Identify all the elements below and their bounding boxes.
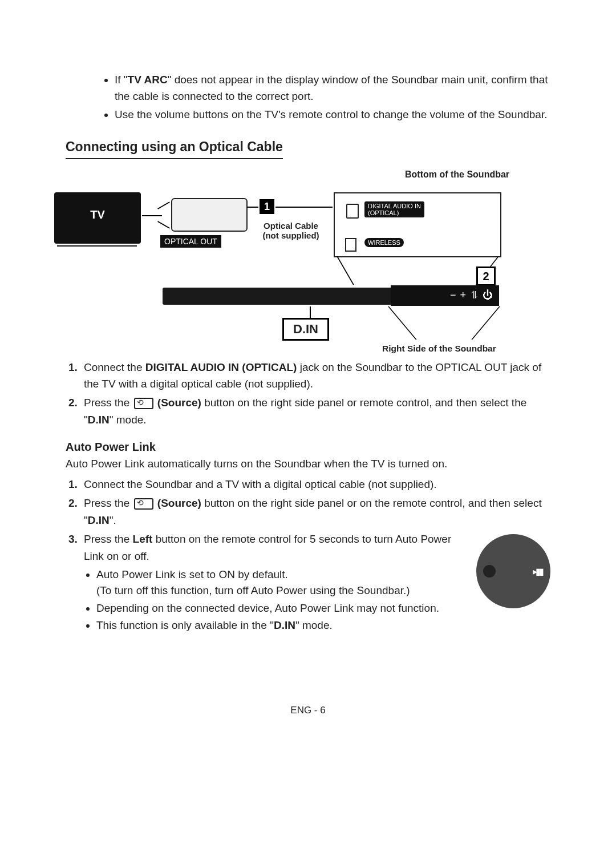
remote-left-button-highlight xyxy=(483,565,496,578)
connector-line xyxy=(157,221,170,229)
text: " mode. xyxy=(295,619,333,631)
text: " mode. xyxy=(110,414,147,426)
wireless-label: WIRELESS xyxy=(364,238,404,247)
bullet-item: Use the volume buttons on the TV's remot… xyxy=(115,107,550,123)
text: Connect the xyxy=(84,361,145,373)
text: (To turn off this function, turn off Aut… xyxy=(96,584,410,596)
connector-line xyxy=(275,207,333,208)
marker-1: 1 xyxy=(260,199,274,214)
text: This function is only available in the " xyxy=(96,619,274,631)
apl-step-2: Press the (Source) button on the right s… xyxy=(80,495,550,528)
bold-text: TV ARC xyxy=(128,74,168,86)
text: Press the xyxy=(84,397,133,409)
tv-stand xyxy=(57,245,137,250)
apl-step-3: Press the Left button on the remote cont… xyxy=(80,531,550,636)
auto-power-intro: Auto Power Link automatically turns on t… xyxy=(66,456,550,473)
note-item: Depending on the connected device, Auto … xyxy=(96,600,550,617)
tv-label: TV xyxy=(54,208,141,221)
note-item: This function is only available in the "… xyxy=(96,617,550,634)
marker-2: 2 xyxy=(476,266,496,286)
auto-power-link-header: Auto Power Link xyxy=(66,441,550,454)
connector-line xyxy=(142,215,162,216)
text: " does not appear in the display window … xyxy=(115,74,548,102)
din-label-box: D.IN xyxy=(282,318,329,341)
text: Connect the Soundbar and a TV with a dig… xyxy=(84,478,437,490)
connection-steps: Connect the DIGITAL AUDIO IN (OPTICAL) j… xyxy=(66,359,550,429)
tv-illustration: TV xyxy=(54,192,141,244)
text: Depending on the connected device, Auto … xyxy=(96,602,439,614)
text: Press the xyxy=(84,497,133,509)
bullet-item: If "TV ARC" does not appear in the displ… xyxy=(115,72,550,104)
apl-step-1: Connect the Soundbar and a TV with a dig… xyxy=(80,476,550,492)
digital-audio-in-label: DIGITAL AUDIO IN (OPTICAL) xyxy=(364,201,424,217)
connector-line xyxy=(157,201,170,209)
optical-jack-icon xyxy=(346,204,359,219)
step-2: Press the (Source) button on the right s… xyxy=(80,394,550,428)
connection-diagram: Bottom of the Soundbar TV OPTICAL OUT 1 … xyxy=(66,169,550,341)
callout-line xyxy=(388,306,417,340)
text: DIGITAL AUDIO IN xyxy=(368,203,421,209)
text: Press the xyxy=(84,533,133,545)
bold-text: DIGITAL AUDIO IN (OPTICAL) xyxy=(145,361,297,373)
page-footer: ENG - 6 xyxy=(66,705,550,716)
bold-text: (Source) xyxy=(155,497,201,509)
soundbar-port-panel: DIGITAL AUDIO IN (OPTICAL) WIRELESS xyxy=(334,192,501,257)
top-bullet-list: If "TV ARC" does not appear in the displ… xyxy=(92,72,550,123)
callout-line xyxy=(337,256,354,285)
section-header-optical: Connecting using an Optical Cable xyxy=(66,139,283,159)
text: Auto Power Link is set to ON by default. xyxy=(96,568,288,580)
source-icon xyxy=(134,498,153,510)
optical-cable-label: Optical Cable (not supplied) xyxy=(248,221,334,240)
callout-line xyxy=(471,306,500,340)
text: (OPTICAL) xyxy=(368,209,399,216)
diagram-label-bottom-soundbar: Bottom of the Soundbar xyxy=(405,169,509,180)
diagram-label-right-side: Right Side of the Soundbar xyxy=(382,344,496,354)
auto-power-steps: Connect the Soundbar and a TV with a dig… xyxy=(66,476,550,636)
bold-text: D.IN xyxy=(88,414,110,426)
optical-out-jack-box xyxy=(171,198,248,232)
port-icon xyxy=(345,238,356,252)
text: If " xyxy=(115,74,128,86)
text: Use the volume buttons on the TV's remot… xyxy=(115,108,547,120)
connector-line xyxy=(247,207,258,208)
text: (not supplied) xyxy=(262,231,319,240)
source-icon xyxy=(134,398,153,409)
bold-text: D.IN xyxy=(274,619,295,631)
step-1: Connect the DIGITAL AUDIO IN (OPTICAL) j… xyxy=(80,359,550,393)
callout-line xyxy=(310,306,311,319)
text: ". xyxy=(110,514,116,526)
side-panel-icons: − + ⥮ ⏻ xyxy=(450,289,493,301)
bold-text: (Source) xyxy=(155,397,201,409)
text: Optical Cable xyxy=(264,221,318,231)
bold-text: D.IN xyxy=(88,514,110,526)
bold-text: Left xyxy=(133,533,153,545)
optical-out-label: OPTICAL OUT xyxy=(160,235,222,248)
remote-dpad-illustration xyxy=(476,534,550,608)
soundbar-side-panel: − + ⥮ ⏻ xyxy=(391,285,499,306)
